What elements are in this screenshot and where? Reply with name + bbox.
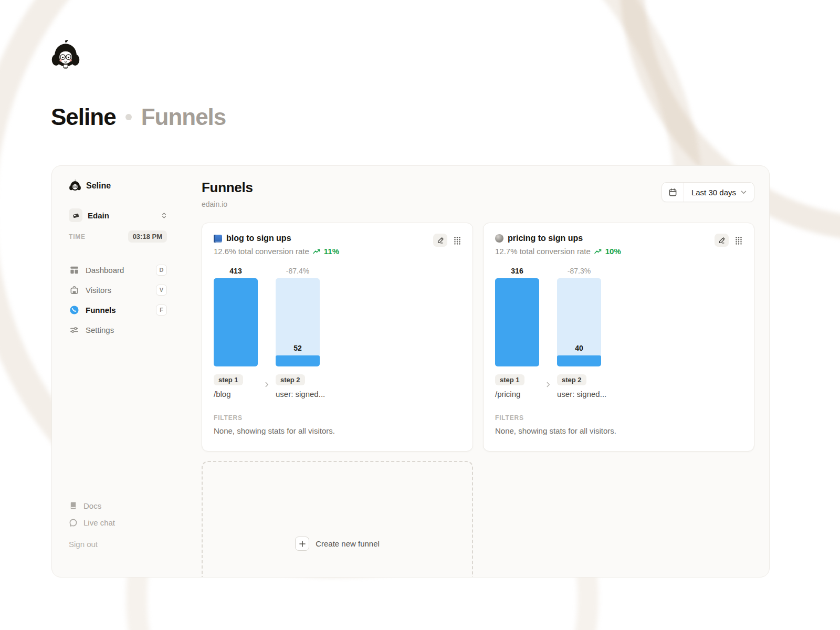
date-range-picker[interactable]: Last 30 days: [662, 182, 754, 202]
chat-icon: [69, 518, 78, 527]
moon-icon: [495, 234, 503, 243]
calendar-icon[interactable]: [662, 183, 684, 202]
sidebar-item-live-chat[interactable]: Live chat: [69, 518, 167, 527]
step-caption: user: signed...: [557, 390, 606, 398]
step-badge: step 2: [557, 374, 586, 385]
sign-out-link[interactable]: Sign out: [69, 540, 167, 549]
funnel-steps: step 1 /blog step 2 user: signed...: [214, 374, 461, 398]
trend-percent: 11%: [324, 247, 339, 256]
seline-avatar-icon: [69, 180, 81, 192]
bar-drop-label: -87.3%: [557, 267, 601, 278]
page-title-primary: Seline: [51, 104, 116, 130]
time-row: TIME 03:18 PM: [69, 230, 167, 243]
create-funnel-label: Create new funnel: [316, 539, 380, 548]
docs-icon: [69, 501, 78, 510]
date-range-label: Last 30 days: [691, 188, 736, 197]
drag-handle-icon[interactable]: [735, 236, 742, 245]
sidebar-item-visitors[interactable]: Visitors V: [69, 284, 167, 296]
trend-percent: 10%: [605, 247, 621, 256]
edit-funnel-button[interactable]: [715, 234, 729, 247]
funnel-bar-step2: 52: [276, 278, 320, 366]
sidebar-footer: Docs Live chat Sign out: [69, 501, 167, 549]
book-icon: [214, 235, 222, 243]
create-funnel-action[interactable]: Create new funnel: [203, 537, 472, 551]
main-content: Funnels edain.io Last 30 days: [202, 166, 770, 577]
sidebar-item-funnels[interactable]: Funnels F: [69, 303, 167, 316]
sidebar-item-label: Live chat: [83, 518, 115, 527]
plus-icon: [295, 537, 309, 551]
chevron-right-icon: [539, 374, 557, 387]
shortcut-key-badge: F: [156, 304, 167, 316]
main-header: Funnels edain.io Last 30 days: [202, 180, 754, 208]
sidebar-item-label: Docs: [83, 501, 101, 510]
funnel-bar-step1: [214, 278, 258, 366]
visitors-icon: [69, 285, 79, 295]
step-caption: user: signed...: [276, 390, 325, 398]
bar-drop-label: -87.4%: [276, 267, 320, 278]
page-title-secondary: Funnels: [141, 104, 226, 130]
bar-value-label: 316: [495, 267, 539, 278]
dashboard-icon: [69, 265, 79, 275]
create-funnel-card[interactable]: Create new funnel: [202, 461, 473, 578]
funnel-bar-step2-fill: [276, 355, 320, 366]
sidebar: Seline Edain TIME 03:18 PM: [52, 166, 202, 577]
workspace-selector[interactable]: Edain: [69, 208, 167, 222]
chevron-down-icon: [741, 191, 747, 194]
app-panel: Seline Edain TIME 03:18 PM: [51, 165, 770, 578]
seline-mascot-logo: [50, 40, 81, 70]
sidebar-nav: Dashboard D Visitors V: [69, 264, 167, 336]
step-badge: step 1: [495, 374, 524, 385]
bar-value-label: 52: [276, 344, 320, 352]
funnel-bar-step2: 40: [557, 278, 601, 366]
shortcut-key-badge: V: [156, 285, 167, 296]
trending-up-icon: [313, 249, 320, 254]
funnel-bar-chart: 413 -87.4% 52: [214, 267, 461, 366]
sidebar-item-label: Dashboard: [86, 266, 150, 275]
workspace-icon: [69, 208, 82, 222]
sidebar-brand-label: Seline: [86, 181, 111, 191]
time-value-badge: 03:18 PM: [128, 230, 167, 243]
page-heading: Funnels: [202, 180, 253, 196]
funnel-card-blog: blog to sign ups 12.6% total conversion …: [202, 223, 473, 452]
funnel-cards-row: blog to sign ups 12.6% total conversion …: [202, 223, 754, 452]
step-caption: /blog: [214, 390, 258, 398]
bar-value-label: 413: [214, 267, 258, 278]
time-label: TIME: [69, 233, 86, 240]
sidebar-item-dashboard[interactable]: Dashboard D: [69, 264, 167, 276]
filters-text: None, showing stats for all visitors.: [495, 426, 742, 435]
drag-handle-icon[interactable]: [454, 236, 461, 245]
conversion-rate-text: 12.6% total conversion rate: [214, 247, 309, 256]
title-separator-dot: [125, 114, 132, 120]
funnel-title: pricing to sign ups: [508, 234, 583, 243]
funnel-card-pricing: pricing to sign ups 12.7% total conversi…: [483, 223, 754, 452]
funnel-bar-chart: 316 -87.3% 40: [495, 267, 742, 366]
funnel-bar-step2-fill: [557, 355, 601, 366]
pencil-icon: [437, 237, 444, 244]
conversion-rate-text: 12.7% total conversion rate: [495, 247, 591, 256]
edit-funnel-button[interactable]: [433, 234, 447, 247]
sidebar-item-label: Visitors: [86, 286, 150, 295]
shortcut-key-badge: D: [156, 265, 167, 276]
sidebar-item-label: Settings: [86, 326, 167, 334]
bar-value-label: 40: [557, 344, 601, 352]
trending-up-icon: [594, 249, 602, 254]
funnel-bar-step1: [495, 278, 539, 366]
settings-icon: [69, 324, 79, 335]
pencil-icon: [718, 237, 726, 244]
unfold-chevrons-icon: [161, 212, 167, 219]
page-title: Seline Funnels: [51, 104, 226, 130]
filters-text: None, showing stats for all visitors.: [214, 426, 461, 435]
chevron-right-icon: [258, 374, 276, 387]
step-badge: step 1: [214, 374, 243, 385]
filters-label: FILTERS: [495, 414, 742, 422]
funnels-icon: [69, 304, 79, 315]
step-caption: /pricing: [495, 390, 539, 398]
sidebar-item-settings[interactable]: Settings: [69, 323, 167, 336]
sidebar-item-docs[interactable]: Docs: [69, 501, 167, 510]
filters-label: FILTERS: [214, 414, 461, 422]
funnel-title: blog to sign ups: [226, 234, 291, 243]
step-badge: step 2: [276, 374, 305, 385]
sidebar-brand[interactable]: Seline: [69, 180, 167, 192]
funnel-steps: step 1 /pricing step 2 user: signed...: [495, 374, 742, 398]
sidebar-item-label: Funnels: [86, 306, 150, 314]
